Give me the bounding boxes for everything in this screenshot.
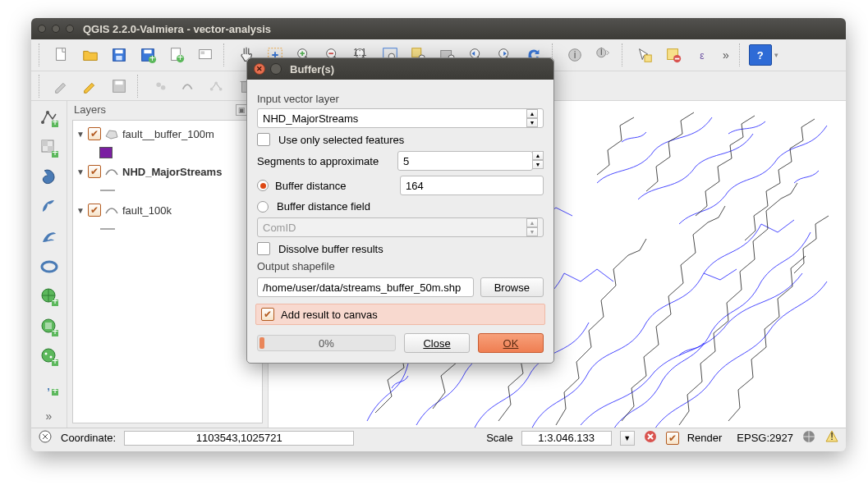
collapse-icon[interactable]: ▼ (76, 130, 85, 139)
scale-dropdown-icon[interactable]: ▼ (620, 431, 635, 446)
identify-results-button[interactable]: i (590, 42, 617, 68)
window-control-dot[interactable] (66, 25, 74, 33)
add-mssql-button[interactable] (37, 225, 62, 248)
stop-render-icon[interactable] (643, 429, 658, 446)
layers-panel: Layers ▣ ✕ ▼ ✔ fault__buffer_100m ▼ (67, 101, 269, 428)
layer-swatch (99, 147, 113, 158)
save-edits-button[interactable] (106, 73, 132, 99)
use-selected-label: Use only selected features (278, 134, 404, 146)
svg-rect-2 (115, 50, 122, 54)
output-path-input[interactable]: /home/user/data/streams_buffer_50m.shp (257, 277, 474, 297)
window-control-dot[interactable] (38, 25, 46, 33)
svg-text:+: + (52, 146, 58, 158)
svg-text:+: + (149, 53, 155, 64)
spin-down-icon[interactable]: ▼ (526, 118, 538, 127)
edit-pencil-button[interactable] (77, 73, 103, 99)
svg-text:+: + (52, 116, 58, 127)
svg-rect-53 (42, 140, 48, 146)
save-as-button[interactable]: + (135, 42, 161, 68)
crs-icon[interactable] (801, 429, 816, 446)
add-delimited-button[interactable]: ,+ (37, 374, 62, 397)
node-tool-button[interactable] (204, 73, 231, 99)
close-button[interactable]: Close (404, 333, 470, 353)
ok-button[interactable]: OK (478, 333, 544, 353)
layer-symbol-row[interactable] (75, 144, 260, 162)
input-layer-combo[interactable]: NHD_MajorStreams ▲▼ (257, 108, 544, 128)
add-wms-button[interactable]: + (37, 285, 62, 308)
collapse-icon[interactable]: ▼ (76, 206, 85, 215)
add-oracle-button[interactable] (37, 255, 62, 278)
select-button[interactable] (631, 42, 658, 68)
svg-rect-12 (201, 51, 205, 54)
spin-down-icon[interactable]: ▼ (532, 160, 544, 169)
layer-symbol-row[interactable] (75, 220, 260, 239)
add-wcs-button[interactable]: + (37, 315, 62, 338)
add-spatialite-button[interactable] (37, 195, 62, 218)
dissolve-checkbox[interactable] (257, 242, 270, 255)
browse-button[interactable]: Browse (480, 277, 544, 297)
add-postgis-button[interactable] (37, 166, 62, 189)
svg-rect-0 (57, 48, 66, 61)
render-checkbox[interactable]: ✔ (666, 432, 679, 445)
undock-icon[interactable]: ▣ (236, 104, 247, 116)
segments-input[interactable]: 5 (397, 151, 533, 171)
window-control-dot[interactable] (52, 25, 60, 33)
layer-row[interactable]: ▼ ✔ fault_100k (75, 200, 260, 220)
expression-button[interactable]: ε (689, 42, 715, 68)
svg-text:!: ! (830, 430, 834, 442)
buffer-field-radio[interactable] (257, 201, 269, 213)
add-to-canvas-checkbox[interactable]: ✔ (261, 308, 274, 321)
help-button[interactable]: ? (749, 44, 772, 66)
spin-up-icon[interactable]: ▲ (532, 151, 544, 160)
toggle-extents-icon[interactable] (38, 429, 53, 446)
coordinate-input[interactable]: 1103543,1025721 (124, 431, 354, 446)
left-dock-toolbar: + + + + + ,+ » (31, 101, 67, 428)
dialog-minimize-icon[interactable] (270, 63, 282, 75)
line-symbol-icon (99, 185, 116, 197)
epsg-label[interactable]: EPSG:2927 (737, 432, 793, 444)
layer-row[interactable]: ▼ ✔ fault__buffer_100m (75, 124, 260, 144)
messages-icon[interactable]: ! (824, 429, 839, 446)
identify-button[interactable]: i (562, 42, 588, 68)
scale-input[interactable]: 1:3.046.133 (521, 431, 612, 446)
use-selected-checkbox[interactable] (257, 133, 270, 146)
buffer-distance-radio[interactable] (257, 180, 269, 191)
add-feature-button[interactable] (147, 73, 173, 99)
new-layer-button[interactable]: + (163, 42, 190, 68)
layer-visibility-checkbox[interactable]: ✔ (88, 204, 101, 217)
add-raster-layer-button[interactable]: + (37, 135, 62, 158)
composer-button[interactable] (192, 42, 218, 68)
layer-tree[interactable]: ▼ ✔ fault__buffer_100m ▼ ✔ NHD_MajorStre… (72, 120, 263, 423)
save-button[interactable] (106, 42, 132, 68)
toolbar-overflow-icon[interactable]: » (718, 48, 734, 62)
layer-symbol-row[interactable] (75, 181, 260, 200)
add-wfs-button[interactable]: + (37, 345, 62, 368)
dialog-close-icon[interactable]: ✕ (254, 63, 265, 75)
edit-toggle-button[interactable] (48, 73, 75, 99)
buffer-distance-input[interactable]: 164 (400, 176, 544, 195)
deselect-button[interactable] (660, 42, 687, 68)
open-project-button[interactable] (77, 42, 103, 68)
svg-text:,: , (47, 380, 50, 392)
add-vector-layer-button[interactable]: + (37, 106, 62, 129)
svg-rect-11 (200, 50, 212, 59)
line-symbol-icon (99, 223, 116, 236)
layer-name: fault__buffer_100m (122, 128, 214, 140)
line-layer-icon (104, 204, 119, 216)
layer-row[interactable]: ▼ ✔ NHD_MajorStreams (75, 162, 260, 181)
svg-rect-30 (645, 55, 651, 62)
collapse-icon[interactable]: ▼ (76, 167, 85, 176)
dissolve-label: Dissolve buffer results (278, 243, 383, 255)
buffer-field-value: ComID (263, 222, 296, 234)
dialog-titlebar[interactable]: ✕ Buffer(s) (247, 58, 553, 80)
new-project-button[interactable] (48, 42, 75, 68)
spin-up-icon[interactable]: ▲ (526, 109, 538, 118)
layer-visibility-checkbox[interactable]: ✔ (88, 127, 101, 140)
layer-visibility-checkbox[interactable]: ✔ (88, 165, 101, 178)
move-feature-button[interactable] (176, 73, 202, 99)
buffer-field-combo: ComID ▲▼ (257, 217, 544, 237)
more-layers-button[interactable]: » (37, 405, 62, 428)
svg-rect-35 (115, 80, 122, 85)
svg-point-39 (214, 81, 218, 85)
status-bar: Coordinate: 1103543,1025721 Scale 1:3.04… (31, 428, 846, 447)
